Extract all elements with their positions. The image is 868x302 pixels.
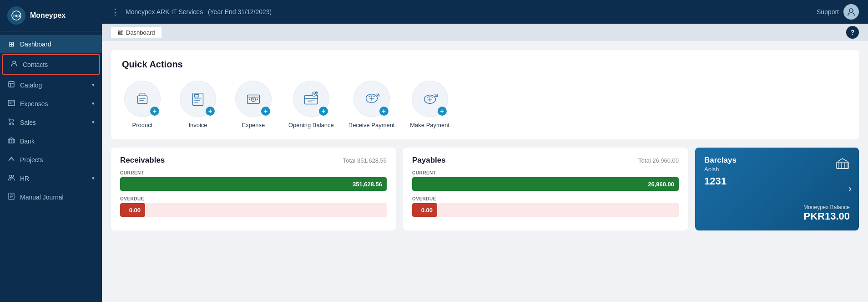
qa-item-opening-balance[interactable]: $ + + Opening Balance (288, 81, 334, 128)
receivables-overdue-section: OVERDUE 0.00 (120, 196, 387, 217)
svg-point-33 (249, 99, 250, 100)
svg-rect-3 (9, 82, 14, 87)
qa-item-expense[interactable]: $ + Expense (233, 81, 274, 128)
sidebar-item-manual-journal[interactable]: Manual Journal (0, 188, 102, 206)
hr-chevron: ▾ (92, 175, 95, 181)
receivables-title: Receivables (120, 156, 165, 165)
sidebar-item-hr[interactable]: HR ▾ (0, 169, 102, 188)
qa-icon-receive-payment: + (353, 81, 390, 117)
sidebar-logo: mp Moneypex (0, 0, 102, 31)
payables-current-label: CURRENT (412, 170, 679, 175)
main-content: ⋮ Moneypex ARK IT Services (Year End 31/… (102, 0, 868, 302)
qa-icon-opening-balance: $ + + (293, 81, 329, 117)
receivables-total: Total 351,628.56 (343, 157, 387, 164)
user-avatar[interactable] (843, 4, 859, 20)
qa-plus-receive-payment: + (379, 107, 389, 116)
receivables-current-section: CURRENT 351,628.56 (120, 170, 387, 191)
receivables-current-fill: 351,628.56 (120, 177, 387, 191)
qa-label-expense: Expense (242, 122, 265, 128)
quick-actions-title: Quick Actions (122, 59, 848, 70)
breadcrumb-label: Dashboard (126, 29, 155, 36)
bank-building-icon (835, 156, 850, 174)
sales-chevron: ▾ (92, 119, 95, 125)
catalog-chevron: ▾ (92, 82, 95, 88)
bank-account-name: Aoish (704, 166, 737, 173)
sidebar: mp Moneypex ⊞ Dashboard Contacts Catalog… (0, 0, 102, 302)
bank-arrow-icon[interactable]: › (848, 183, 852, 195)
qa-label-make-payment: Make Payment (410, 122, 449, 128)
qa-plus-opening-balance: + (319, 107, 328, 116)
support-link[interactable]: Support (817, 8, 839, 15)
breadcrumb-tab[interactable]: 🏛 Dashboard (111, 27, 161, 38)
sidebar-item-contacts[interactable]: Contacts (2, 54, 100, 75)
receivables-header: Receivables Total 351,628.56 (120, 156, 387, 165)
bank-account-number: 1231 (704, 175, 737, 187)
receivables-current-bar: 351,628.56 (120, 177, 387, 191)
payables-current-bar: 26,960.00 (412, 177, 679, 191)
svg-text:$: $ (252, 97, 254, 101)
sidebar-item-expenses[interactable]: Expenses ▾ (0, 94, 102, 113)
svg-rect-46 (837, 162, 848, 169)
bank-balance-section: Moneypex Balance PKR13.00 (704, 197, 850, 222)
qa-plus-product: + (150, 107, 159, 116)
payables-overdue-fill: 0.00 (412, 203, 437, 217)
svg-text:mp: mp (13, 13, 20, 18)
payables-overdue-label: OVERDUE (412, 196, 679, 201)
help-button[interactable]: ? (846, 26, 859, 39)
hr-icon (7, 174, 15, 183)
qa-plus-expense: + (261, 107, 270, 116)
receivables-current-label: CURRENT (120, 170, 387, 175)
projects-icon (7, 155, 15, 164)
svg-text:+: + (316, 92, 317, 94)
qa-icon-expense: $ + (235, 81, 272, 117)
bank-icon (7, 137, 15, 145)
quick-actions-grid: + Product + (122, 81, 848, 128)
sidebar-item-bank[interactable]: Bank (0, 132, 102, 150)
svg-point-16 (11, 175, 14, 178)
menu-dots-icon[interactable]: ⋮ (111, 7, 119, 17)
svg-rect-6 (8, 100, 15, 106)
sidebar-item-dashboard[interactable]: ⊞ Dashboard (0, 35, 102, 53)
bank-card[interactable]: Barclays Aoish 1231 (695, 148, 859, 230)
payables-overdue-bar: 0.00 (412, 203, 679, 217)
manual-journal-icon (7, 193, 15, 201)
sidebar-item-catalog[interactable]: Catalog ▾ (0, 76, 102, 94)
receivables-overdue-bar: 0.00 (120, 203, 387, 217)
catalog-icon (7, 81, 15, 89)
svg-point-34 (257, 99, 258, 100)
breadcrumb-icon: 🏛 (117, 29, 123, 36)
topbar-title: Moneypex ARK IT Services (Year End 31/12… (126, 7, 812, 16)
qa-item-receive-payment[interactable]: + Receive Payment (348, 81, 395, 128)
payables-header: Payables Total 26,960.00 (412, 156, 679, 165)
svg-point-2 (13, 61, 15, 64)
qa-item-make-payment[interactable]: + Make Payment (409, 81, 450, 128)
qa-item-product[interactable]: + Product (122, 81, 163, 128)
payables-overdue-section: OVERDUE 0.00 (412, 196, 679, 217)
dashboard-icon: ⊞ (7, 40, 15, 48)
svg-rect-22 (138, 96, 147, 103)
contacts-icon (10, 60, 18, 69)
payables-current-section: CURRENT 26,960.00 (412, 170, 679, 191)
svg-point-10 (13, 123, 14, 125)
qa-plus-make-payment: + (438, 107, 447, 116)
sidebar-item-projects[interactable]: Projects (0, 150, 102, 169)
receivables-overdue-label: OVERDUE (120, 196, 387, 201)
receivables-panel: Receivables Total 351,628.56 CURRENT 351… (111, 148, 396, 230)
breadcrumb-bar: 🏛 Dashboard ? (102, 24, 868, 41)
sales-icon (7, 118, 15, 127)
bank-balance-value: PKR13.00 (704, 210, 850, 222)
expenses-chevron: ▾ (92, 101, 95, 107)
svg-point-9 (10, 123, 11, 125)
logo-label: Moneypex (30, 11, 66, 20)
payables-title: Payables (412, 156, 446, 165)
bank-card-top: Barclays Aoish 1231 (704, 156, 850, 187)
payables-current-fill: 26,960.00 (412, 177, 679, 191)
sidebar-item-sales[interactable]: Sales ▾ (0, 113, 102, 132)
qa-label-invoice: Invoice (188, 122, 207, 128)
qa-label-receive-payment: Receive Payment (348, 122, 395, 128)
payables-total: Total 26,960.00 (638, 157, 679, 164)
qa-item-invoice[interactable]: + Invoice (177, 81, 218, 128)
bank-balance-label: Moneypex Balance (704, 204, 850, 210)
quick-actions-card: Quick Actions + Product (111, 50, 859, 139)
bank-info: Barclays Aoish 1231 (704, 156, 737, 187)
